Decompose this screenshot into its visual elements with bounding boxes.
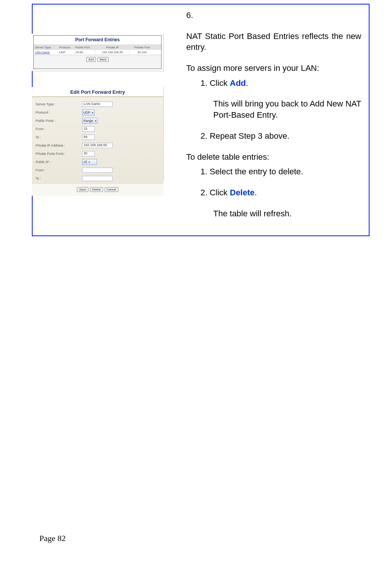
cell-private-ip: 192.168.168.55 xyxy=(96,50,130,55)
cell-server-type[interactable]: LAN Game xyxy=(34,50,58,55)
col-server-type: Server Type xyxy=(34,45,58,50)
delete-step-2: 2. Click Delete. xyxy=(186,187,361,198)
port-forward-entries-button-row: Add Back xyxy=(34,55,161,64)
label-to2: To : xyxy=(36,177,80,180)
instruction-text-column: 6. NAT Static Port Based Entries reflect… xyxy=(186,10,361,230)
assign-step-1-desc: This will bring you back to Add New NAT … xyxy=(186,98,361,120)
col-public-port: Public Port xyxy=(74,45,96,50)
input-from2[interactable] xyxy=(82,168,113,173)
label-to: To : xyxy=(36,135,80,139)
add-button[interactable]: Add xyxy=(86,57,96,62)
table-row[interactable]: LAN Game UDP 15-89 192.168.168.55 30-104 xyxy=(34,50,161,55)
label-from: From : xyxy=(36,127,80,131)
edit-port-forward-entry-form: Server Type : LAN Game Protocol : UDP Pu… xyxy=(32,97,163,184)
assign-step-1: 1. Click Add. xyxy=(186,78,361,89)
heading-delete-entries: To delete table entries: xyxy=(186,151,361,163)
delete-step-2-prefix: 2. Click xyxy=(200,188,230,197)
label-from2: From : xyxy=(36,168,80,172)
delete-result: The table will refresh. xyxy=(186,208,361,219)
table-header-row: Server Type Protocol Public Port Private… xyxy=(34,45,161,50)
field-public-ports: Public Ports : Range xyxy=(36,117,160,125)
field-protocol: Protocol : UDP xyxy=(36,108,160,117)
field-private-ip: Private IP Address : 192.168.168.55 xyxy=(36,141,160,150)
select-protocol[interactable]: UDP xyxy=(82,109,94,115)
input-private-ip[interactable]: 192.168.168.55 xyxy=(82,143,113,148)
label-private-ports-from: Private Ports From : xyxy=(36,152,80,156)
label-server-type: Server Type : xyxy=(36,102,80,106)
page-number: Page 82 xyxy=(39,534,66,543)
port-forward-entries-table: Server Type Protocol Public Port Private… xyxy=(34,45,161,55)
cell-protocol: UDP xyxy=(58,50,74,55)
col-protocol: Protocol xyxy=(58,45,74,50)
col-private-port: Private Port xyxy=(130,45,154,50)
field-server-type: Server Type : LAN Game xyxy=(36,100,160,108)
input-from[interactable]: 15 xyxy=(82,126,95,132)
cell-private-port: 30-104 xyxy=(130,50,154,55)
field-from: From : 15 xyxy=(36,125,160,133)
input-private-ports-from[interactable]: 30 xyxy=(82,151,95,156)
edit-port-forward-entry-button-row: Save Delete Cancel xyxy=(32,184,163,196)
back-button[interactable]: Back xyxy=(97,57,109,62)
field-to2: To : xyxy=(36,174,160,183)
edit-port-forward-entry-title: Edit Port Forward Entry xyxy=(32,87,163,97)
port-forward-entries-screenshot: Port Forward Entries Server Type Protoco… xyxy=(32,34,164,71)
col-private-ip: Private IP xyxy=(96,45,130,50)
screenshots-column: Port Forward Entries Server Type Protoco… xyxy=(40,10,175,230)
add-link[interactable]: Add xyxy=(230,78,246,88)
step-marker: 6. xyxy=(186,10,361,21)
assign-step-2: 2. Repeat Step 3 above. xyxy=(186,130,361,142)
assign-step-1-suffix: . xyxy=(246,78,248,88)
content-frame: Port Forward Entries Server Type Protoco… xyxy=(32,4,370,236)
delete-step-2-suffix: . xyxy=(254,188,257,197)
paragraph-nat-reflects: NAT Static Port Based Entries reflects t… xyxy=(186,31,361,53)
field-to: To : 89 xyxy=(36,133,160,141)
delete-step-1: 1. Select the entry to delete. xyxy=(186,166,361,177)
input-to2[interactable] xyxy=(82,176,113,181)
save-button[interactable]: Save xyxy=(77,187,88,192)
select-public-ip[interactable]: All xyxy=(82,159,97,165)
heading-assign-more-servers: To assign more servers in your LAN: xyxy=(186,63,361,74)
label-public-ports: Public Ports : xyxy=(36,119,80,123)
delete-link[interactable]: Delete xyxy=(230,188,254,197)
input-to[interactable]: 89 xyxy=(82,135,95,140)
delete-button[interactable]: Delete xyxy=(90,187,103,192)
assign-step-1-prefix: 1. Click xyxy=(200,78,230,88)
field-from2: From : xyxy=(36,166,160,174)
label-private-ip: Private IP Address : xyxy=(36,144,80,147)
input-server-type[interactable]: LAN Game xyxy=(82,102,113,107)
cell-public-port: 15-89 xyxy=(74,50,96,55)
cancel-button[interactable]: Cancel xyxy=(105,187,118,192)
field-public-ip: Public IP : All xyxy=(36,158,160,166)
field-private-ports-from: Private Ports From : 30 xyxy=(36,150,160,158)
label-public-ip: Public IP : xyxy=(36,160,80,164)
edit-port-forward-entry-screenshot: Edit Port Forward Entry Server Type : LA… xyxy=(32,87,164,181)
label-protocol: Protocol : xyxy=(36,111,80,114)
port-forward-entries-title: Port Forward Entries xyxy=(34,36,161,45)
select-public-ports[interactable]: Range xyxy=(82,118,97,124)
